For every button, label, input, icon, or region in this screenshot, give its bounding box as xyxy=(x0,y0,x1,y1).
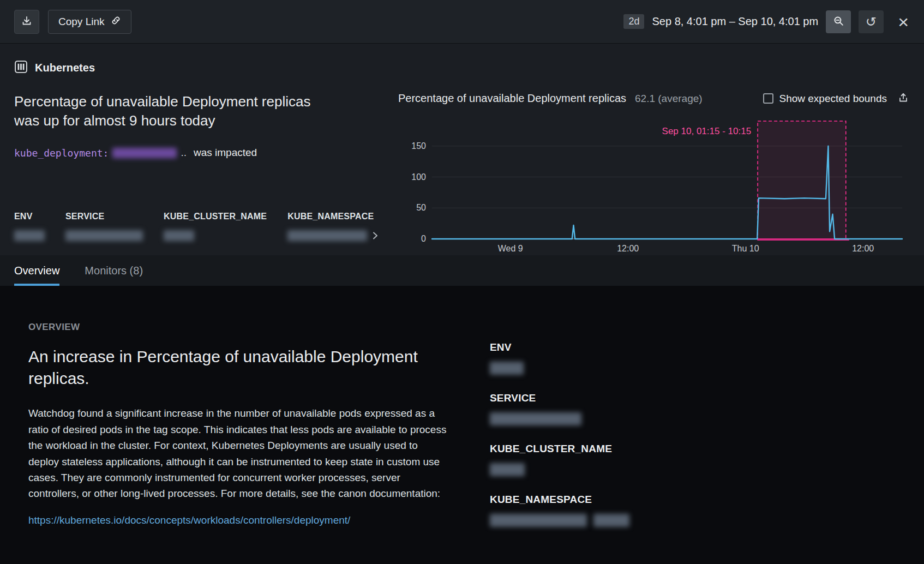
time-controls: 2d Sep 8, 4:01 pm – Sep 10, 4:01 pm ↺ × xyxy=(623,10,910,33)
tag-label-service: SERVICE xyxy=(65,212,143,221)
side-tag-service: SERVICE xyxy=(490,392,629,425)
redacted-value[interactable] xyxy=(65,230,143,241)
chart-average: 62.1 (average) xyxy=(635,93,703,105)
svg-text:12:00: 12:00 xyxy=(852,244,874,253)
overview-tags-column: ENV SERVICE KUBE_CLUSTER_NAME KUBE_NAMES… xyxy=(471,322,629,544)
close-button[interactable]: × xyxy=(897,13,910,31)
impact-row: kube_deployment: .. was impacted xyxy=(14,147,396,159)
redacted-value[interactable] xyxy=(490,463,525,476)
alert-header: Kubernetes Percentage of unavailable Dep… xyxy=(0,44,924,255)
zoom-out-icon xyxy=(833,15,844,28)
link-icon xyxy=(111,15,121,28)
source-row: Kubernetes xyxy=(14,60,910,76)
export-chart-button[interactable] xyxy=(898,92,909,105)
tag-label-cluster: KUBE_CLUSTER_NAME xyxy=(164,212,267,221)
redacted-value[interactable] xyxy=(490,362,524,375)
chart-header: Percentage of unavailable Deployment rep… xyxy=(398,92,910,105)
side-tag-label-namespace: KUBE_NAMESPACE xyxy=(490,494,629,506)
copy-link-label: Copy Link xyxy=(58,16,105,28)
redacted-value[interactable] xyxy=(14,230,45,241)
svg-text:Wed 9: Wed 9 xyxy=(498,244,523,253)
overview-heading: An increase in Percentage of unavailable… xyxy=(28,346,432,389)
side-tag-cluster: KUBE_CLUSTER_NAME xyxy=(490,443,629,476)
tag-col-cluster: KUBE_CLUSTER_NAME xyxy=(164,212,267,241)
impact-text: was impacted xyxy=(194,147,257,159)
svg-text:150: 150 xyxy=(411,141,426,151)
export-button[interactable] xyxy=(14,10,39,34)
expected-bounds-label: Show expected bounds xyxy=(779,93,887,105)
svg-text:0: 0 xyxy=(421,234,426,243)
documentation-link[interactable]: https://kubernetes.io/docs/concepts/work… xyxy=(28,514,350,526)
date-range-text[interactable]: Sep 8, 4:01 pm – Sep 10, 4:01 pm xyxy=(652,15,818,28)
undo-zoom-button[interactable]: ↺ xyxy=(859,10,884,33)
tag-col-env: ENV xyxy=(14,212,45,241)
timeseries-plot[interactable]: 050100150Wed 912:00Thu 1012:00Sep 10, 01… xyxy=(398,109,910,255)
copy-link-button[interactable]: Copy Link xyxy=(48,10,131,34)
tab-strip: Overview Monitors (8) xyxy=(0,255,924,286)
tag-label-env: ENV xyxy=(14,212,45,221)
side-tag-label-cluster: KUBE_CLUSTER_NAME xyxy=(490,443,629,455)
alert-summary: Percentage of unavailable Deployment rep… xyxy=(14,92,396,255)
show-expected-bounds-toggle[interactable]: Show expected bounds xyxy=(763,93,887,105)
side-tag-env: ENV xyxy=(490,341,629,375)
zoom-out-button[interactable] xyxy=(826,10,851,33)
side-tag-label-service: SERVICE xyxy=(490,392,629,404)
undo-icon: ↺ xyxy=(866,14,877,29)
side-tag-namespace: KUBE_NAMESPACE xyxy=(490,494,629,527)
alert-title: Percentage of unavailable Deployment rep… xyxy=(14,92,320,130)
expected-bounds-checkbox[interactable] xyxy=(763,93,773,104)
section-label: OVERVIEW xyxy=(28,322,471,333)
kubernetes-icon xyxy=(14,60,28,76)
tab-overview[interactable]: Overview xyxy=(14,255,59,286)
chevron-right-icon[interactable] xyxy=(371,231,379,240)
redacted-value[interactable] xyxy=(490,412,581,425)
close-icon: × xyxy=(898,11,909,32)
chart-panel: Percentage of unavailable Deployment rep… xyxy=(396,92,910,255)
svg-text:Thu 10: Thu 10 xyxy=(732,244,759,253)
svg-text:12:00: 12:00 xyxy=(617,244,639,253)
side-tag-label-env: ENV xyxy=(490,341,629,353)
svg-text:Sep 10, 01:15 - 10:15: Sep 10, 01:15 - 10:15 xyxy=(662,126,752,136)
svg-text:100: 100 xyxy=(411,172,426,182)
tag-col-service: SERVICE xyxy=(65,212,143,241)
share-icon xyxy=(898,92,909,105)
tag-scope: ENV SERVICE KUBE_CLUSTER_NAME KUBE_NAMES… xyxy=(14,212,396,241)
source-name: Kubernetes xyxy=(35,62,95,74)
tag-label-namespace: KUBE_NAMESPACE xyxy=(287,212,379,221)
redacted-deployment-value xyxy=(112,148,177,158)
toolbar: Copy Link 2d Sep 8, 4:01 pm – Sep 10, 4:… xyxy=(0,0,924,44)
overview-text-column: OVERVIEW An increase in Percentage of un… xyxy=(28,322,471,544)
export-icon xyxy=(21,15,32,28)
redacted-value[interactable] xyxy=(287,230,367,241)
impact-ellipsis: .. xyxy=(181,147,187,159)
tab-monitors[interactable]: Monitors (8) xyxy=(85,255,143,286)
redacted-value[interactable] xyxy=(490,514,587,527)
redacted-value[interactable] xyxy=(164,230,194,241)
impacted-tag-key: kube_deployment: xyxy=(14,147,109,159)
overview-content: OVERVIEW An increase in Percentage of un… xyxy=(0,286,924,544)
time-range-badge[interactable]: 2d xyxy=(623,14,644,29)
chart-title: Percentage of unavailable Deployment rep… xyxy=(398,92,626,105)
svg-text:50: 50 xyxy=(416,203,426,212)
redacted-value[interactable] xyxy=(593,514,629,527)
tag-col-namespace: KUBE_NAMESPACE xyxy=(287,212,379,241)
overview-body: Watchdog found a significant increase in… xyxy=(28,405,449,502)
